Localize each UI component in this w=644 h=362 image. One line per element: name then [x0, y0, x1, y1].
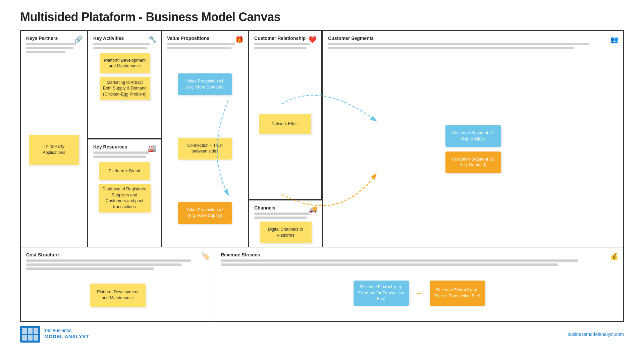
logo-text: THE BUSINESS MODEL ANALYST [44, 329, 89, 339]
logo-icon [20, 326, 40, 343]
footer-logo: THE BUSINESS MODEL ANALYST [20, 326, 89, 343]
arrow-left-icon: ← [416, 289, 423, 298]
keys-partners-icon: 🔗 [74, 36, 83, 44]
col-activities-resources: Key Activities 🔧 Platform Development an… [88, 31, 162, 247]
sticky-digital-channels: Digital Channels to Platforms [260, 222, 312, 243]
keys-partners-title: Keys Partners [26, 36, 82, 41]
sticky-platform-brand: Platform + Brand [99, 162, 150, 180]
cell-cost-structure: Cost Structure 🏷️ Platform Development a… [21, 247, 215, 321]
cost-structure-title: Cost Structure [26, 252, 209, 257]
keys-partners-lines [26, 43, 82, 53]
sticky-database: Database of Registered Suppliers and Cus… [99, 184, 151, 213]
revenue-streams-title: Revenue Streams [221, 252, 618, 257]
value-propositions-icon: 🎁 [235, 36, 244, 44]
customer-relationship-title: Customer Relationship [254, 36, 316, 41]
canvas-bottom-row: Cost Structure 🏷️ Platform Development a… [21, 247, 623, 321]
cell-keys-partners: Keys Partners 🔗 Third-Party Applications [21, 31, 88, 247]
cell-customer-relationship: Customer Relationship ❤️ Network Effect [249, 31, 322, 200]
cell-key-activities: Key Activities 🔧 Platform Development an… [88, 31, 162, 139]
cell-channels: Channels 🚚 Digital Channels to Platforms [249, 200, 322, 247]
canvas: Keys Partners 🔗 Third-Party Applications… [20, 30, 624, 322]
cell-key-resources: Key Resources 🏭 Platform + Brand Databas… [88, 139, 161, 247]
sticky-connection-trust: Connection + Trust between sides [178, 138, 232, 160]
sticky-platform-dev-maint: Platform Development and Maintenance [100, 53, 150, 73]
value-propositions-title: Value Propositions [167, 36, 243, 41]
sticky-revenue-flow-1: Revenue Flow #1 (e.g. Fixed and/or Trans… [354, 281, 409, 306]
footer-url: businessmodelanalyst.com [568, 331, 624, 337]
sticky-marketing: Marketing to Attract Both Supply & Deman… [100, 77, 150, 100]
page-title: Multisided Plataform - Business Model Ca… [20, 10, 624, 24]
customer-segments-title: Customer Segments [328, 36, 618, 41]
footer: THE BUSINESS MODEL ANALYST businessmodel… [20, 326, 624, 343]
col-cr-channels: Customer Relationship ❤️ Network Effect … [249, 31, 323, 247]
sticky-third-party-apps: Third-Party Applications [29, 135, 79, 165]
logo-line1: THE BUSINESS [44, 329, 89, 333]
sticky-value-prop-1: Value Propostion #1 (e.g. More Demand) [178, 73, 232, 95]
sticky-network-effect: Network Effect [259, 114, 311, 134]
channels-title: Channels [254, 205, 317, 210]
customer-relationship-icon: ❤️ [308, 36, 317, 44]
sticky-cost-platform-dev: Platform Development and Maintenance [90, 284, 146, 307]
key-resources-icon: 🏭 [148, 144, 156, 152]
cost-structure-icon: 🏷️ [202, 252, 210, 260]
key-activities-icon: 🔧 [149, 36, 157, 44]
logo-line2: MODEL ANALYST [44, 334, 89, 340]
customer-segments-icon: 👥 [610, 36, 619, 44]
sticky-customer-segment-1: Customer Segment #1 (e.g. Supply) [445, 125, 501, 147]
key-resources-title: Key Resources [93, 144, 156, 149]
channels-icon: 🚚 [309, 205, 317, 213]
revenue-streams-icon: 💰 [610, 252, 619, 260]
cell-value-propositions: Value Propositions 🎁 Value Propostion #1… [162, 31, 249, 247]
cell-revenue-streams: Revenue Streams 💰 Revenue Flow #1 (e.g. … [215, 247, 623, 321]
sticky-revenue-flow-2: Revenue Flow #2 (e.g. Free or Transactio… [430, 281, 485, 306]
canvas-top-row: Keys Partners 🔗 Third-Party Applications… [21, 31, 623, 247]
sticky-customer-segment-2: Customer Segment #2 (e.g. Demand) [445, 152, 501, 173]
key-activities-title: Key Activities [93, 36, 156, 41]
sticky-value-prop-2: Value Propostion #2 (e.g. More Supply) [178, 202, 232, 224]
cell-customer-segments: Customer Segments 👥 Customer Segment #1 … [323, 31, 623, 247]
